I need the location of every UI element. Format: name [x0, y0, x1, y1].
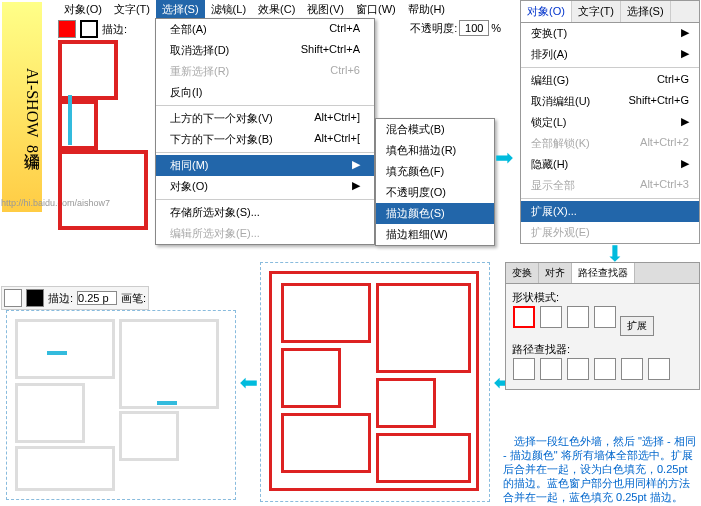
menu-3[interactable]: 滤镜(L)	[205, 0, 252, 19]
rpanel-item[interactable]: 排列(A)▶	[521, 44, 699, 65]
menu-item[interactable]: 取消选择(D)Shift+Ctrl+A	[156, 40, 374, 61]
outline-icon[interactable]	[621, 358, 643, 380]
menu-2[interactable]: 选择(S)	[156, 0, 205, 19]
stroke-width-input[interactable]	[77, 291, 117, 305]
menu-5[interactable]: 视图(V)	[301, 0, 350, 19]
stroke-label: 描边:	[102, 22, 127, 37]
pathfinder-panel: 变换对齐路径查找器 形状模式: 扩展 路径查找器:	[505, 262, 700, 390]
rpanel-item[interactable]: 扩展(X)...	[521, 201, 699, 222]
arrow-icon: ➡	[495, 145, 513, 171]
rpanel-item: 全部解锁(K)Alt+Ctrl+2	[521, 133, 699, 154]
toolbar-1: 描边:	[58, 20, 127, 38]
rpanel-tab[interactable]: 选择(S)	[621, 1, 671, 22]
expand-button[interactable]: 扩展	[620, 316, 654, 336]
trim-icon[interactable]	[540, 358, 562, 380]
rpanel-item[interactable]: 隐藏(H)▶	[521, 154, 699, 175]
menu-item: 重新选择(R)Ctrl+6	[156, 61, 374, 82]
menu-item[interactable]: 对象(O)▶	[156, 176, 374, 197]
fill-swatch[interactable]	[58, 20, 76, 38]
merge-icon[interactable]	[567, 358, 589, 380]
menu-1[interactable]: 文字(T)	[108, 0, 156, 19]
menu-item: 编辑所选对象(E)...	[156, 223, 374, 244]
menu-item[interactable]: 相同(M)▶	[156, 155, 374, 176]
menu-item[interactable]: 上方的下一个对象(V)Alt+Ctrl+]	[156, 108, 374, 129]
logo: AI-SHOW 编译 8	[2, 2, 42, 212]
pathfinder-tabs: 变换对齐路径查找器	[506, 263, 699, 284]
submenu-item[interactable]: 填充颜色(F)	[376, 161, 494, 182]
opacity-pct: %	[491, 22, 501, 34]
object-panel: 对象(O)文字(T)选择(S) 变换(T)▶排列(A)▶编组(G)Ctrl+G取…	[520, 0, 700, 244]
rpanel-item[interactable]: 锁定(L)▶	[521, 112, 699, 133]
menubar: 对象(O)文字(T)选择(S)滤镜(L)效果(C)视图(V)窗口(W)帮助(H)	[58, 0, 451, 18]
menu-item[interactable]: 全部(A)Ctrl+A	[156, 19, 374, 40]
canvas-red-plan	[58, 40, 158, 238]
same-submenu: 混合模式(B)填色和描边(R)填充颜色(F)不透明度(O)描边颜色(S)描边粗细…	[375, 118, 495, 246]
menu-7[interactable]: 帮助(H)	[402, 0, 451, 19]
opacity-input[interactable]	[459, 20, 489, 36]
submenu-item[interactable]: 混合模式(B)	[376, 119, 494, 140]
rpanel-item[interactable]: 取消编组(U)Shift+Ctrl+G	[521, 91, 699, 112]
submenu-item[interactable]: 描边颜色(S)	[376, 203, 494, 224]
submenu-item[interactable]: 描边粗细(W)	[376, 224, 494, 245]
toolbar-2: 描边: 画笔:	[1, 286, 149, 310]
canvas-red-thin-plan	[260, 262, 490, 502]
rpanel-item: 显示全部Alt+Ctrl+3	[521, 175, 699, 196]
path-tab[interactable]: 变换	[506, 263, 539, 283]
menu-6[interactable]: 窗口(W)	[350, 0, 402, 19]
menu-0[interactable]: 对象(O)	[58, 0, 108, 19]
rpanel-tab[interactable]: 对象(O)	[521, 1, 572, 22]
fill-swatch-2[interactable]	[4, 289, 22, 307]
path-tab[interactable]: 对齐	[539, 263, 572, 283]
stroke-label-2: 描边:	[48, 291, 73, 306]
menu-item[interactable]: 反向(I)	[156, 82, 374, 103]
rpanel-item[interactable]: 编组(G)Ctrl+G	[521, 70, 699, 91]
object-panel-tabs: 对象(O)文字(T)选择(S)	[521, 1, 699, 23]
stroke-swatch[interactable]	[80, 20, 98, 38]
rpanel-item[interactable]: 变换(T)▶	[521, 23, 699, 44]
exclude-icon[interactable]	[594, 306, 616, 328]
crop-icon[interactable]	[594, 358, 616, 380]
pathfinder-label: 路径查找器:	[512, 342, 693, 357]
intersect-icon[interactable]	[567, 306, 589, 328]
shape-mode-label: 形状模式:	[512, 290, 693, 305]
rpanel-item: 扩展外观(E)	[521, 222, 699, 243]
opacity-box: 不透明度: %	[410, 20, 501, 36]
arrow-left-icon: ➡	[240, 370, 258, 396]
canvas-outline-plan	[6, 310, 236, 500]
select-menu: 全部(A)Ctrl+A取消选择(D)Shift+Ctrl+A重新选择(R)Ctr…	[155, 18, 375, 245]
path-tab[interactable]: 路径查找器	[572, 263, 635, 283]
submenu-item[interactable]: 不透明度(O)	[376, 182, 494, 203]
opacity-label: 不透明度:	[410, 21, 457, 36]
divide-icon[interactable]	[513, 358, 535, 380]
rpanel-tab[interactable]: 文字(T)	[572, 1, 621, 22]
minus-back-icon[interactable]	[648, 358, 670, 380]
menu-item[interactable]: 存储所选对象(S)...	[156, 202, 374, 223]
menu-4[interactable]: 效果(C)	[252, 0, 301, 19]
arrow-down-icon: ➡	[602, 244, 628, 262]
menu-item[interactable]: 下方的下一个对象(B)Alt+Ctrl+[	[156, 129, 374, 150]
brush-label: 画笔:	[121, 291, 146, 306]
minus-front-icon[interactable]	[540, 306, 562, 328]
stroke-swatch-2[interactable]	[26, 289, 44, 307]
unite-icon[interactable]	[513, 306, 535, 328]
submenu-item[interactable]: 填色和描边(R)	[376, 140, 494, 161]
caption-text: 选择一段红色外墙，然后 "选择 - 相同 - 描边颜色" 将所有墙体全部选中。扩…	[503, 434, 699, 504]
